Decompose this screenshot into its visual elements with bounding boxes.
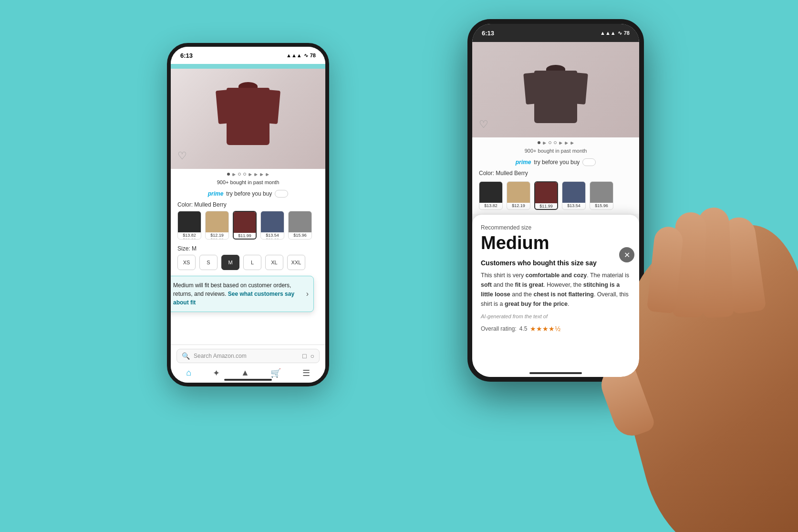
nav-cart[interactable]: 🛒	[270, 368, 281, 378]
rswatch-dark[interactable]: $13.82	[479, 181, 503, 210]
swatch-maroon[interactable]: $11.99 $20.00✓prime	[233, 211, 257, 240]
image-dots-right	[472, 137, 639, 147]
color-label-left: Color: Mulled Berry	[171, 199, 325, 211]
dot-6	[254, 173, 258, 177]
swatch-dark[interactable]: $13.82 $20.00✓prime	[177, 211, 201, 240]
dot-1	[227, 173, 230, 176]
time-right: 6:13	[482, 30, 494, 37]
ai-generated-label: AI-generated from the text of	[481, 313, 631, 319]
swatch-dark-price: $13.82 $20.00✓prime	[178, 232, 201, 240]
prime-text-right: try before you buy	[534, 159, 580, 166]
fit-callout: Medium will fit best based on customer o…	[167, 276, 314, 312]
rswatch-gray[interactable]: $15.96	[590, 181, 613, 210]
time-left: 6:13	[180, 52, 193, 59]
bottom-bar-left: 🔍 Search Amazon.com □ ○ ⌂ ✦ ▲ 🛒 ☰	[171, 344, 325, 383]
rswatch-maroon-price: $11.99	[535, 203, 557, 209]
prime-toggle-right[interactable]	[582, 158, 596, 166]
rec-size-value: Medium	[481, 233, 631, 253]
size-xxl[interactable]: XXL	[287, 255, 305, 270]
dot-4	[243, 173, 246, 176]
size-xs[interactable]: XS	[177, 255, 196, 270]
dot-5	[249, 173, 252, 177]
prime-toggle-left[interactable]	[275, 190, 288, 198]
swatch-tan[interactable]: $12.19 $20.00✓prime	[205, 211, 229, 240]
search-icon-left: 🔍	[182, 352, 190, 360]
rdot-3	[549, 141, 551, 144]
rdot-4	[554, 141, 557, 144]
size-m[interactable]: M	[221, 255, 239, 270]
dot-7	[260, 173, 263, 177]
nav-person[interactable]: ▲	[241, 368, 249, 378]
search-icons-right: □ ○	[302, 352, 314, 360]
product-image-left: ♡	[171, 69, 325, 169]
signal-icon-right: ▲▲▲	[600, 30, 616, 36]
product-image-right: ♡	[472, 42, 639, 137]
prime-text-left: try before you buy	[226, 190, 272, 197]
size-xl[interactable]: XL	[265, 255, 283, 270]
status-icons-left: ▲▲▲ ∿ 78	[286, 52, 316, 59]
nav-sparkle[interactable]: ✦	[213, 368, 220, 378]
rdot-play	[543, 141, 546, 145]
size-recommendation-sheet: Recommended size Medium Customers who bo…	[472, 215, 639, 377]
rating-value: 4.5	[519, 325, 528, 332]
swatch-maroon-price: $11.99 $20.00✓prime	[234, 233, 256, 240]
nav-home[interactable]: ⌂	[186, 368, 191, 378]
rdot-7	[570, 141, 574, 145]
swatch-gray-price: $15.96	[289, 232, 311, 238]
rswatch-gray-price: $15.96	[590, 203, 613, 209]
rating-stars: ★★★★½	[530, 325, 560, 333]
size-buttons-left: XS S M L XL XXL	[171, 255, 325, 275]
wishlist-icon-right[interactable]: ♡	[479, 118, 488, 131]
overall-rating: Overall rating: 4.5 ★★★★½	[481, 325, 631, 333]
close-button[interactable]: ✕	[619, 247, 634, 262]
camera-icon[interactable]: □	[302, 352, 306, 360]
rswatch-navy[interactable]: $13.54	[562, 181, 586, 210]
overall-label: Overall rating:	[481, 325, 517, 332]
rswatch-tan[interactable]: $12.19	[507, 181, 530, 210]
rswatch-tan-price: $12.19	[507, 203, 530, 209]
shirt-body	[227, 88, 269, 145]
review-text: This shirt is very comfortable and cozy.…	[481, 271, 631, 309]
swatch-gray[interactable]: $15.96	[288, 211, 312, 240]
rswatch-maroon[interactable]: $11.99	[534, 181, 558, 210]
image-dots-left	[171, 169, 325, 178]
swatch-navy[interactable]: $13.54 $20.00✓prime	[260, 211, 284, 240]
dot-3	[238, 173, 241, 176]
swatch-tan-price: $12.19 $20.00✓prime	[206, 232, 228, 240]
status-bar-right: 6:13 ▲▲▲ ∿ 78	[472, 24, 639, 42]
search-bar-left[interactable]: 🔍 Search Amazon.com □ ○	[176, 349, 320, 363]
rdot-5	[559, 141, 562, 145]
rdot-6	[565, 141, 568, 145]
header-bar	[171, 64, 325, 69]
size-l[interactable]: L	[243, 255, 261, 270]
prime-row-left: prime try before you buy	[171, 188, 325, 199]
callout-arrow: ›	[306, 288, 309, 300]
battery-icon: 78	[310, 52, 316, 58]
prime-row-right: prime try before you buy	[472, 156, 639, 168]
prime-badge-left: prime	[208, 190, 224, 197]
background	[0, 0, 798, 532]
color-label-right: Color: Mulled Berry	[472, 168, 639, 179]
customers-say-title: Customers who bought this size say	[481, 259, 631, 267]
swatch-navy-price: $13.54 $20.00✓prime	[261, 232, 284, 240]
mic-icon[interactable]: ○	[311, 352, 314, 360]
status-icons-right: ▲▲▲ ∿ 78	[600, 30, 630, 36]
shirt-silhouette-left	[217, 69, 279, 169]
prime-badge-right: prime	[516, 159, 531, 166]
home-indicator-left	[224, 379, 272, 381]
rec-size-label: Recommended size	[481, 224, 631, 231]
wishlist-icon-left[interactable]: ♡	[177, 150, 187, 162]
dot-8	[266, 173, 269, 177]
dot-play	[232, 173, 236, 177]
rswatch-navy-price: $13.54	[562, 203, 585, 209]
status-bar-left: 6:13 ▲▲▲ ∿ 78	[171, 47, 325, 64]
wifi-icon: ∿	[304, 52, 308, 59]
bought-count-right: 900+ bought in past month	[472, 147, 639, 156]
wifi-icon-right: ∿	[618, 30, 622, 36]
battery-icon-right: 78	[624, 30, 630, 36]
rdot-1	[538, 141, 540, 144]
color-swatches-left: $13.82 $20.00✓prime $12.19 $20.00✓prime …	[171, 211, 325, 243]
size-s[interactable]: S	[199, 255, 218, 270]
color-swatches-right: $13.82 $12.19 $11.99 $13.54	[472, 179, 639, 214]
nav-menu[interactable]: ☰	[302, 368, 310, 378]
